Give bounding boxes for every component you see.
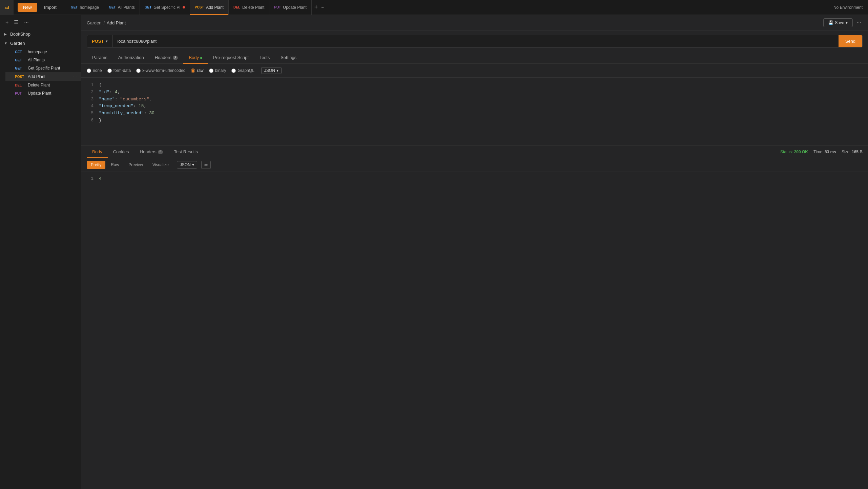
body-option-none[interactable]: none	[87, 68, 102, 73]
collection-header-garden[interactable]: ▼Garden	[0, 39, 81, 48]
body-radio-x-www-form-urlencoded[interactable]	[136, 69, 141, 73]
filter-button[interactable]: ☰	[13, 18, 20, 26]
body-radio-none[interactable]	[87, 69, 91, 73]
sidebar-header: + ☰ ···	[0, 15, 81, 30]
line-number-6: 6	[87, 117, 94, 124]
request-item-all-plants[interactable]: GETAll Plants	[5, 56, 81, 64]
resp-view-visualize[interactable]: Visualize	[148, 161, 173, 169]
body-option-form-data[interactable]: form-data	[107, 68, 131, 73]
request-item-delete-plant[interactable]: DELDelete Plant	[5, 81, 81, 89]
body-option-x-www-form-urlencoded[interactable]: x-www-form-urlencoded	[136, 68, 185, 73]
tab-method-update-plant: PUT	[274, 5, 281, 9]
send-button[interactable]: Send	[839, 35, 862, 47]
new-collection-button[interactable]: +	[4, 19, 10, 26]
body-radio-binary[interactable]	[209, 69, 213, 73]
request-method-all-plants: GET	[15, 58, 25, 62]
tab-actions: +···	[312, 4, 327, 11]
code-editor[interactable]: 1{2 "id": 4,3 "name": "cucumbers",4 "tem…	[81, 78, 868, 145]
tab-method-delete-plant: DEL	[233, 5, 240, 9]
app-logo: ad	[0, 0, 14, 15]
breadcrumb-current: Add Plant	[107, 20, 126, 25]
response-wrap-button[interactable]: ⇌	[201, 161, 211, 169]
response-content: 14	[81, 172, 868, 489]
resp-tab-headers[interactable]: Headers5	[135, 146, 169, 158]
resp-tab-cookies[interactable]: Cookies	[108, 146, 135, 158]
tab-name-update-plant: Update Plant	[283, 5, 306, 10]
tab-get-specific-pi[interactable]: GETGet Specific PI	[140, 0, 190, 15]
resp-view-pretty[interactable]: Pretty	[87, 161, 105, 169]
line-number-2: 2	[87, 89, 94, 96]
request-item-homepage[interactable]: GEThomepage	[5, 48, 81, 56]
body-option-binary[interactable]: binary	[209, 68, 226, 73]
body-radio-form-data[interactable]	[107, 69, 112, 73]
req-tab-authorization[interactable]: Authorization	[113, 52, 149, 63]
line-content-1: {	[99, 82, 863, 89]
new-button[interactable]: New	[18, 3, 37, 12]
method-selector[interactable]: POST ▾	[87, 35, 112, 47]
top-actions: New Import	[14, 3, 66, 12]
response-format-selector[interactable]: JSON▾	[177, 161, 197, 169]
body-option-raw[interactable]: raw	[191, 68, 203, 73]
body-option-label-raw: raw	[197, 68, 203, 73]
collection-name-garden: Garden	[10, 41, 25, 46]
req-tab-body[interactable]: Body	[183, 52, 208, 63]
request-tabs: ParamsAuthorizationHeaders8BodyPre-reque…	[81, 52, 868, 64]
resp-tab-test-results[interactable]: Test Results	[168, 146, 203, 158]
response-time: Time: 83 ms	[813, 150, 836, 154]
more-request-options[interactable]: ···	[855, 19, 863, 26]
request-header-bar: Garden / Add Plant 💾 Save ▾ ···	[81, 15, 868, 31]
tabs-more-button[interactable]: ···	[321, 5, 324, 10]
code-line-6: 6}	[87, 117, 863, 124]
add-tab-button[interactable]: +	[314, 4, 318, 11]
body-option-graphql[interactable]: GraphQL	[231, 68, 254, 73]
response-format-arrow: ▾	[192, 162, 194, 167]
tab-delete-plant[interactable]: DELDelete Plant	[229, 0, 269, 15]
resp-view-preview[interactable]: Preview	[124, 161, 147, 169]
line-number-3: 3	[87, 96, 94, 103]
env-selector[interactable]: No Environment	[828, 5, 868, 10]
req-tab-params[interactable]: Params	[87, 52, 113, 63]
body-radio-graphql[interactable]	[231, 69, 236, 73]
response-line-content-1: 4	[99, 176, 863, 181]
save-button[interactable]: 💾 Save ▾	[823, 18, 852, 27]
import-button[interactable]: Import	[39, 3, 62, 12]
response-section: BodyCookiesHeaders5Test Results Status: …	[81, 145, 868, 489]
collection-bookshop: ▶BookShop	[0, 30, 81, 39]
tab-method-all-plants: GET	[109, 5, 116, 9]
tab-add-plant[interactable]: POSTAdd Plant	[190, 0, 229, 15]
body-option-label-binary: binary	[215, 68, 226, 73]
resp-tab-body[interactable]: Body	[87, 146, 108, 158]
line-number-4: 4	[87, 103, 94, 110]
more-options-sidebar-button[interactable]: ···	[23, 19, 30, 26]
code-line-3: 3 "name": "cucumbers",	[87, 96, 863, 103]
req-tab-tests[interactable]: Tests	[254, 52, 275, 63]
request-method-update-plant: PUT	[15, 92, 25, 95]
line-content-5: "humidity_needed": 30	[99, 110, 863, 117]
url-bar: POST ▾ Send	[87, 35, 863, 47]
body-radio-raw[interactable]	[191, 69, 195, 73]
request-item-get-specific-plant[interactable]: GETGet Specific Plant	[5, 64, 81, 72]
code-line-5: 5 "humidity_needed": 30	[87, 110, 863, 117]
url-input[interactable]	[112, 35, 838, 47]
request-more-add-plant[interactable]: ···	[73, 74, 77, 79]
line-number-1: 1	[87, 82, 94, 89]
collection-name-bookshop: BookShop	[10, 32, 30, 37]
collection-garden: ▼GardenGEThomepageGETAll PlantsGETGet Sp…	[0, 39, 81, 97]
tab-method-get-specific-pi: GET	[145, 5, 152, 9]
req-tab-headers[interactable]: Headers8	[149, 52, 184, 63]
request-item-add-plant[interactable]: POSTAdd Plant···	[5, 72, 81, 81]
request-method-delete-plant: DEL	[15, 83, 25, 87]
request-item-update-plant[interactable]: PUTUpdate Plant	[5, 89, 81, 97]
collection-header-bookshop[interactable]: ▶BookShop	[0, 30, 81, 39]
req-tab-settings[interactable]: Settings	[275, 52, 302, 63]
tab-update-plant[interactable]: PUTUpdate Plant	[269, 0, 311, 15]
response-status-bar: Status: 200 OK Time: 83 ms Size: 165 B	[780, 150, 863, 154]
tabs-bar: GEThomepageGETAll PlantsGETGet Specific …	[66, 0, 828, 15]
req-tab-pre-request[interactable]: Pre-request Script	[208, 52, 254, 63]
tab-name-homepage: homepage	[80, 5, 99, 10]
resp-view-raw[interactable]: Raw	[107, 161, 123, 169]
tab-homepage[interactable]: GEThomepage	[66, 0, 104, 15]
tab-all-plants[interactable]: GETAll Plants	[104, 0, 140, 15]
response-status: Status: 200 OK	[780, 150, 808, 154]
body-format-selector[interactable]: JSON▾	[261, 67, 282, 74]
